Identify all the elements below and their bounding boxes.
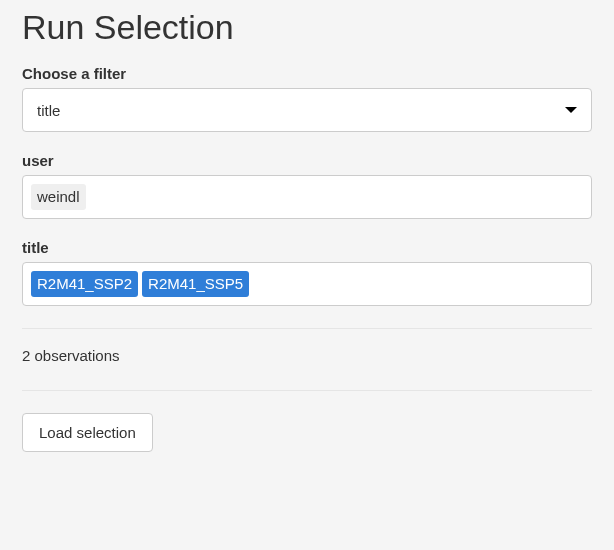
filter-selected-value: title <box>37 102 565 119</box>
title-tag[interactable]: R2M41_SSP5 <box>142 271 249 297</box>
load-selection-button[interactable]: Load selection <box>22 413 153 452</box>
filter-group: Choose a filter title <box>22 65 592 132</box>
user-input[interactable]: weindl <box>22 175 592 219</box>
page-title: Run Selection <box>22 8 592 47</box>
divider <box>22 390 592 391</box>
title-label: title <box>22 239 592 256</box>
title-input[interactable]: R2M41_SSP2 R2M41_SSP5 <box>22 262 592 306</box>
title-tag[interactable]: R2M41_SSP2 <box>31 271 138 297</box>
user-label: user <box>22 152 592 169</box>
user-group: user weindl <box>22 152 592 219</box>
observation-count: 2 observations <box>22 347 592 364</box>
divider <box>22 328 592 329</box>
chevron-down-icon <box>565 107 577 113</box>
user-tag[interactable]: weindl <box>31 184 86 210</box>
filter-select[interactable]: title <box>22 88 592 132</box>
filter-label: Choose a filter <box>22 65 592 82</box>
title-group: title R2M41_SSP2 R2M41_SSP5 <box>22 239 592 306</box>
